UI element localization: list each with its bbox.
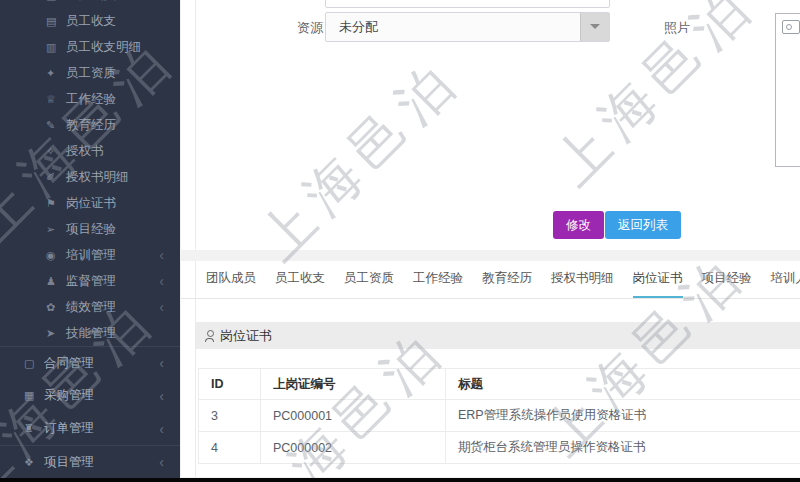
resource-select-value: 未分配 bbox=[326, 13, 609, 41]
person-icon bbox=[205, 330, 214, 342]
sidebar-item-采购管理[interactable]: ▦采购管理‹ bbox=[0, 379, 180, 412]
sidebar-item-label: 采购管理 bbox=[44, 387, 94, 404]
certificate-table: ID上岗证编号标题 3PC000001ERP管理系统操作员使用资格证书4PC00… bbox=[198, 368, 800, 464]
collapse-chevron-icon: ‹ bbox=[159, 455, 164, 469]
performance-icon: ✿ bbox=[46, 301, 66, 314]
back-to-list-button[interactable]: 返回列表 bbox=[605, 211, 681, 239]
collapse-chevron-icon: ‹ bbox=[159, 356, 164, 370]
table-cell: 3 bbox=[199, 400, 261, 432]
table-cell: PC000002 bbox=[261, 432, 446, 464]
photo-label: 照片 bbox=[650, 19, 690, 37]
tab-项目经验[interactable]: 项目经验 bbox=[702, 261, 752, 298]
tab-团队成员[interactable]: 团队成员 bbox=[206, 261, 256, 298]
sidebar-item-团队成员[interactable]: ▣团队成员 bbox=[0, 0, 180, 8]
collapse-chevron-icon: ‹ bbox=[159, 300, 164, 314]
payroll-icon: ▤ bbox=[46, 15, 66, 28]
sidebar-item-label: 项目管理 bbox=[44, 454, 94, 471]
sidebar-item-label: 岗位证书 bbox=[66, 195, 116, 212]
detail-panel: 团队成员员工收支员工资质工作经验教育经历授权书明细岗位证书项目经验培训人员 岗位… bbox=[181, 261, 800, 477]
education-icon: ✎ bbox=[46, 119, 66, 132]
sidebar-item-label: 订单管理 bbox=[44, 420, 94, 437]
sidebar-item-技能管理[interactable]: ➤技能管理 bbox=[0, 320, 180, 346]
authorization-detail-icon: ✐ bbox=[46, 171, 66, 184]
skill-icon: ➤ bbox=[46, 327, 66, 340]
certificate-table-body: 3PC000001ERP管理系统操作员使用资格证书4PC000002期货柜台系统… bbox=[199, 400, 800, 464]
collapse-chevron-icon: ‹ bbox=[159, 389, 164, 403]
sidebar-nav: ▣团队成员▤员工收支▥员工收支明细✦员工资质♕工作经验✎教育经历✧授权书✐授权书… bbox=[0, 0, 180, 482]
tab-教育经历[interactable]: 教育经历 bbox=[482, 261, 532, 298]
resource-label: 资源 bbox=[279, 19, 323, 37]
sidebar-item-项目经验[interactable]: ➢项目经验 bbox=[0, 216, 180, 242]
sidebar-item-合同管理[interactable]: ▢合同管理‹ bbox=[0, 346, 180, 379]
tab-工作经验[interactable]: 工作经验 bbox=[413, 261, 463, 298]
work-experience-icon: ♕ bbox=[46, 93, 66, 106]
tab-授权书明细[interactable]: 授权书明细 bbox=[551, 261, 614, 298]
tab-员工资质[interactable]: 员工资质 bbox=[344, 261, 394, 298]
sidebar-item-label: 授权书 bbox=[66, 143, 104, 160]
sidebar-item-label: 员工收支 bbox=[66, 13, 116, 30]
collapse-chevron-icon: ‹ bbox=[159, 274, 164, 288]
truncated-top-input[interactable] bbox=[325, 0, 610, 8]
sidebar-item-员工收支明细[interactable]: ▥员工收支明细 bbox=[0, 34, 180, 60]
sidebar-item-岗位证书[interactable]: ⚑岗位证书 bbox=[0, 190, 180, 216]
authorization-icon: ✧ bbox=[46, 145, 66, 158]
contract-icon: ▢ bbox=[24, 357, 44, 370]
table-cell: 期货柜台系统管理员操作资格证书 bbox=[446, 432, 800, 464]
sidebar-item-label: 员工收支明细 bbox=[66, 39, 141, 56]
sidebar-item-项目管理[interactable]: ❖项目管理‹ bbox=[0, 445, 180, 478]
procurement-icon: ▦ bbox=[24, 389, 44, 402]
record-form-panel: 资源 未分配 照片 修改 返回列表 bbox=[181, 0, 800, 250]
table-row: 4PC000002期货柜台系统管理员操作资格证书 bbox=[199, 432, 800, 464]
sidebar-item-工作经验[interactable]: ♕工作经验 bbox=[0, 86, 180, 112]
table-header-row: ID上岗证编号标题 bbox=[199, 369, 800, 400]
modify-button[interactable]: 修改 bbox=[553, 211, 604, 239]
qualification-icon: ✦ bbox=[46, 67, 66, 80]
sidebar-item-员工资质[interactable]: ✦员工资质 bbox=[0, 60, 180, 86]
table-column-header: 标题 bbox=[446, 369, 800, 400]
post-certificate-icon: ⚑ bbox=[46, 197, 66, 210]
sidebar-item-label: 工作经验 bbox=[66, 91, 116, 108]
sidebar-item-订单管理[interactable]: ♜订单管理‹ bbox=[0, 412, 180, 445]
sidebar-item-label: 培训管理 bbox=[66, 247, 116, 264]
sidebar-item-label: 项目经验 bbox=[66, 221, 116, 238]
sidebar-item-授权书明细[interactable]: ✐授权书明细 bbox=[0, 164, 180, 190]
project-icon: ❖ bbox=[24, 456, 44, 469]
sidebar-item-label: 教育经历 bbox=[66, 117, 116, 134]
team-icon: ▣ bbox=[46, 0, 66, 2]
image-placeholder-icon bbox=[782, 20, 800, 34]
photo-upload-box[interactable] bbox=[775, 13, 800, 167]
window-bottom-edge bbox=[0, 478, 800, 482]
sidebar-item-label: 员工资质 bbox=[66, 65, 116, 82]
resource-select[interactable]: 未分配 bbox=[325, 12, 610, 42]
tab-岗位证书[interactable]: 岗位证书 bbox=[633, 261, 683, 298]
section-header: 岗位证书 bbox=[196, 322, 800, 349]
sidebar-item-培训管理[interactable]: ◉培训管理‹ bbox=[0, 242, 180, 268]
table-column-header: ID bbox=[199, 369, 261, 400]
tab-员工收支[interactable]: 员工收支 bbox=[275, 261, 325, 298]
payroll-detail-icon: ▥ bbox=[46, 41, 66, 54]
collapse-chevron-icon: ‹ bbox=[159, 422, 164, 436]
table-row: 3PC000001ERP管理系统操作员使用资格证书 bbox=[199, 400, 800, 432]
sidebar-item-label: 技能管理 bbox=[66, 325, 116, 342]
supervision-icon: ♟ bbox=[46, 275, 66, 288]
collapse-chevron-icon: ‹ bbox=[159, 248, 164, 262]
sidebar-item-label: 监督管理 bbox=[66, 273, 116, 290]
sidebar-item-员工收支[interactable]: ▤员工收支 bbox=[0, 8, 180, 34]
chevron-down-icon bbox=[580, 13, 609, 41]
table-cell: ERP管理系统操作员使用资格证书 bbox=[446, 400, 800, 432]
sidebar-item-教育经历[interactable]: ✎教育经历 bbox=[0, 112, 180, 138]
table-column-header: 上岗证编号 bbox=[261, 369, 446, 400]
sidebar-item-label: 团队成员 bbox=[66, 0, 116, 4]
training-icon: ◉ bbox=[46, 249, 66, 262]
certificate-table-head: ID上岗证编号标题 bbox=[199, 369, 800, 400]
sidebar-item-label: 合同管理 bbox=[44, 355, 94, 372]
project-experience-icon: ➢ bbox=[46, 223, 66, 236]
tab-培训人员[interactable]: 培训人员 bbox=[771, 261, 800, 298]
section-title: 岗位证书 bbox=[220, 327, 272, 345]
sidebar-item-监督管理[interactable]: ♟监督管理‹ bbox=[0, 268, 180, 294]
sidebar-item-授权书[interactable]: ✧授权书 bbox=[0, 138, 180, 164]
sidebar-item-label: 授权书明细 bbox=[66, 169, 129, 186]
sidebar-item-绩效管理[interactable]: ✿绩效管理‹ bbox=[0, 294, 180, 320]
table-cell: PC000001 bbox=[261, 400, 446, 432]
order-icon: ♜ bbox=[24, 422, 44, 435]
